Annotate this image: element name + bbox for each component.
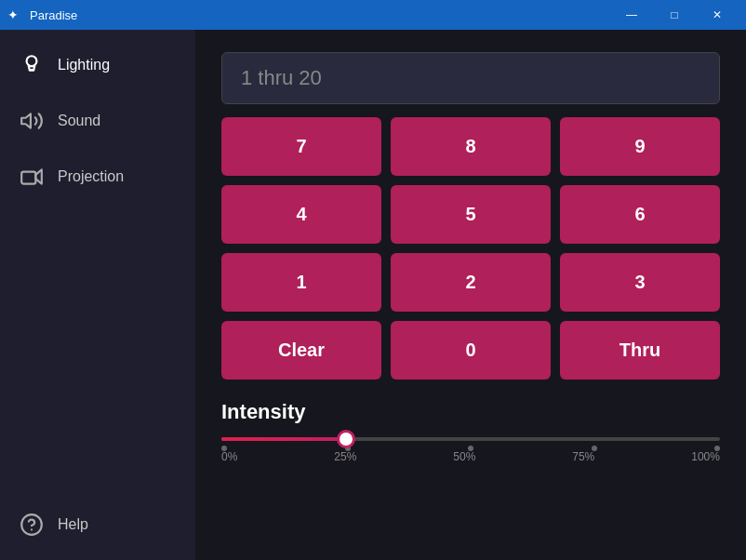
sidebar-spacer bbox=[0, 205, 195, 497]
sidebar-item-sound[interactable]: Sound bbox=[0, 93, 195, 149]
app-icon: ✦ bbox=[7, 7, 22, 22]
sidebar-projection-label: Projection bbox=[58, 168, 124, 185]
sidebar-help-label: Help bbox=[58, 516, 88, 533]
numpad-6[interactable]: 6 bbox=[560, 185, 720, 244]
numpad-4[interactable]: 4 bbox=[221, 185, 381, 244]
slider-track bbox=[221, 437, 720, 441]
slider-label-50: 50% bbox=[453, 450, 475, 463]
titlebar: ✦ Paradise — □ ✕ bbox=[0, 0, 746, 30]
numpad-thru[interactable]: Thru bbox=[560, 321, 720, 380]
numpad-5[interactable]: 5 bbox=[391, 185, 551, 244]
slider-label-25: 25% bbox=[334, 450, 356, 463]
sidebar-item-help[interactable]: Help bbox=[0, 497, 195, 553]
slider-dots bbox=[221, 447, 720, 452]
slider-dot-75 bbox=[592, 446, 597, 451]
numpad-2[interactable]: 2 bbox=[391, 253, 551, 312]
slider-thumb[interactable] bbox=[337, 430, 355, 448]
question-icon bbox=[19, 512, 45, 538]
slider-label-0: 0% bbox=[221, 450, 237, 463]
svg-point-0 bbox=[27, 56, 37, 66]
numpad-7[interactable]: 7 bbox=[221, 117, 381, 176]
svg-marker-2 bbox=[21, 113, 31, 127]
sidebar-lighting-label: Lighting bbox=[58, 57, 110, 73]
numpad-9[interactable]: 9 bbox=[560, 117, 720, 176]
main-layout: Lighting Sound Projection bbox=[0, 30, 746, 560]
bulb-icon bbox=[19, 52, 45, 78]
sidebar-sound-label: Sound bbox=[58, 113, 100, 129]
intensity-title: Intensity bbox=[221, 400, 720, 424]
intensity-section: Intensity 0% 25% 50% bbox=[221, 400, 720, 486]
slider-dot-0 bbox=[221, 446, 227, 451]
minimize-button[interactable]: — bbox=[610, 0, 653, 30]
sidebar-item-lighting[interactable]: Lighting bbox=[0, 37, 195, 93]
slider-dot-100 bbox=[714, 446, 720, 451]
slider-dot-50 bbox=[468, 446, 473, 451]
app-title: Paradise bbox=[30, 8, 610, 22]
svg-rect-3 bbox=[21, 172, 35, 184]
intensity-slider-container: 0% 25% 50% 75% 100% bbox=[221, 437, 720, 486]
sidebar-item-projection[interactable]: Projection bbox=[0, 149, 195, 205]
slider-labels: 0% 25% 50% 75% 100% bbox=[221, 450, 720, 463]
slider-label-75: 75% bbox=[572, 450, 594, 463]
speaker-icon bbox=[19, 108, 45, 134]
numpad-3[interactable]: 3 bbox=[560, 253, 720, 312]
numpad-1[interactable]: 1 bbox=[221, 253, 381, 312]
content-area: 1 thru 20 7 8 9 4 5 6 1 2 3 Clear 0 Thru… bbox=[195, 30, 746, 560]
numpad-clear[interactable]: Clear bbox=[221, 321, 381, 380]
slider-fill bbox=[221, 437, 346, 441]
numpad-8[interactable]: 8 bbox=[391, 117, 551, 176]
maximize-button[interactable]: □ bbox=[653, 0, 696, 30]
sidebar: Lighting Sound Projection bbox=[0, 30, 195, 560]
channel-display[interactable]: 1 thru 20 bbox=[221, 52, 720, 104]
numpad-0[interactable]: 0 bbox=[391, 321, 551, 380]
camera-icon bbox=[19, 164, 45, 190]
close-button[interactable]: ✕ bbox=[696, 0, 739, 30]
slider-label-100: 100% bbox=[691, 450, 720, 463]
numpad-grid: 7 8 9 4 5 6 1 2 3 Clear 0 Thru bbox=[221, 117, 720, 380]
